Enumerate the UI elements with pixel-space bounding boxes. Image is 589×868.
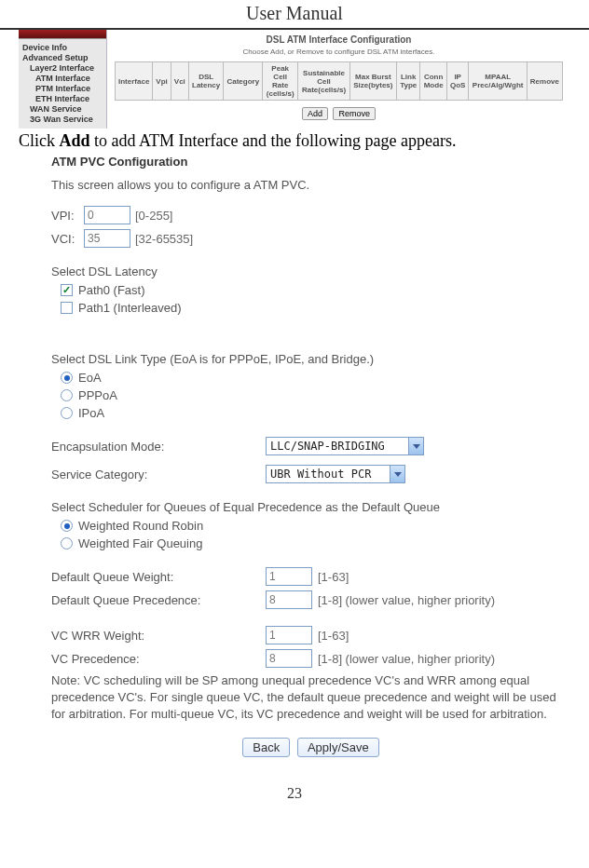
vpi-label: VPI: (51, 209, 84, 223)
th-vpi: Vpi (153, 62, 171, 101)
vcwrr-hint: [1-63] (318, 629, 349, 643)
vpi-hint: [0-255] (135, 209, 172, 223)
apply-save-button[interactable]: Apply/Save (297, 738, 379, 757)
eoa-label: EoA (78, 371, 102, 385)
instruction-text: Click Add to add ATM Interface and the f… (19, 131, 570, 151)
vcwrr-label: VC WRR Weight: (51, 629, 266, 643)
sidebar-advanced-setup[interactable]: Advanced Setup (22, 53, 103, 62)
sidebar-layer2[interactable]: Layer2 Interface (30, 63, 103, 73)
path1-label: Path1 (Interleaved) (78, 301, 182, 315)
sidebar-atm[interactable]: ATM Interface (35, 74, 103, 83)
qprec-hint: [1-8] (lower value, higher priority) (318, 593, 495, 607)
path0-label: Path0 (Fast) (78, 283, 145, 297)
th-peak: Peak Cell Rate (cells/s) (263, 62, 298, 101)
linktype-label: Select DSL Link Type (EoA is for PPPoE, … (51, 352, 570, 366)
th-dsl-latency: DSL Latency (188, 62, 224, 101)
qweight-hint: [1-63] (318, 570, 349, 584)
qweight-input[interactable] (266, 567, 312, 586)
instruction-bold: Add (60, 131, 90, 150)
qprec-input[interactable] (266, 590, 312, 609)
wrr-label: Weighted Round Robin (78, 519, 203, 533)
scheduler-label: Select Scheduler for Queues of Equal Pre… (51, 500, 570, 514)
vci-hint: [32-65535] (135, 232, 193, 246)
section-intro: This screen allows you to configure a AT… (51, 178, 570, 192)
th-conn: Conn Mode (420, 62, 446, 101)
th-qos: IP QoS (446, 62, 469, 101)
latency-label: Select DSL Latency (51, 264, 570, 278)
chevron-down-icon (390, 466, 404, 482)
ipoa-radio[interactable] (61, 407, 73, 419)
add-button[interactable]: Add (302, 107, 328, 120)
th-sustain: Sustainable Cell Rate(cells/s) (298, 62, 350, 101)
sidebar-ptm[interactable]: PTM Interface (35, 84, 103, 93)
config-table: Interface Vpi Vci DSL Latency Category P… (115, 61, 563, 101)
sidebar: Device Info Advanced Setup Layer2 Interf… (19, 30, 107, 129)
th-category: Category (224, 62, 263, 101)
back-button[interactable]: Back (242, 738, 290, 757)
chevron-down-icon (408, 438, 423, 454)
th-vci: Vci (171, 62, 188, 101)
th-remove: Remove (527, 62, 562, 101)
path0-checkbox[interactable] (61, 284, 73, 296)
sidebar-eth[interactable]: ETH Interface (35, 94, 103, 103)
vci-label: VCI: (51, 232, 84, 246)
sidebar-3g[interactable]: 3G Wan Service (30, 115, 103, 124)
eoa-radio[interactable] (61, 372, 73, 384)
wfq-label: Weighted Fair Queuing (78, 536, 202, 550)
dsl-config-panel: Device Info Advanced Setup Layer2 Interf… (19, 30, 570, 129)
atm-config-form: ATM PVC Configuration This screen allows… (51, 155, 570, 757)
wfq-radio[interactable] (61, 537, 73, 549)
page-header: User Manual (0, 0, 589, 30)
config-subtitle: Choose Add, or Remove to configure DSL A… (115, 47, 563, 56)
pppoa-label: PPPoA (78, 388, 117, 402)
qprec-label: Default Queue Precedence: (51, 593, 266, 607)
ipoa-label: IPoA (78, 406, 104, 420)
service-label: Service Category: (51, 468, 266, 481)
encap-value: LLC/SNAP-BRIDGING (270, 440, 385, 453)
encap-label: Encapsulation Mode: (51, 440, 266, 454)
sidebar-device-info[interactable]: Device Info (22, 43, 103, 52)
th-burst: Max Burst Size(bytes) (349, 62, 396, 101)
service-select[interactable]: UBR Without PCR (266, 465, 405, 483)
encap-select[interactable]: LLC/SNAP-BRIDGING (266, 437, 424, 455)
vcwrr-input[interactable] (266, 626, 312, 644)
vcprec-input[interactable] (266, 649, 312, 668)
service-value: UBR Without PCR (270, 468, 371, 481)
qweight-label: Default Queue Weight: (51, 570, 266, 584)
instruction-post: to add ATM Interface and the following p… (94, 131, 456, 150)
remove-button[interactable]: Remove (333, 107, 376, 120)
vpi-input[interactable] (84, 206, 130, 224)
vcprec-hint: [1-8] (lower value, higher priority) (318, 652, 495, 666)
instruction-pre: Click (19, 131, 55, 150)
note-text: Note: VC scheduling will be SP among une… (51, 672, 570, 724)
page-number: 23 (0, 785, 589, 811)
vci-input[interactable] (84, 229, 130, 248)
th-interface: Interface (116, 62, 153, 101)
th-mpaal: MPAAL Prec/Alg/Wght (469, 62, 527, 101)
th-link: Link Type (396, 62, 420, 101)
wrr-radio[interactable] (61, 520, 73, 532)
sidebar-wan[interactable]: WAN Service (30, 104, 103, 114)
config-title: DSL ATM Interface Configuration (115, 34, 563, 45)
pppoa-radio[interactable] (61, 389, 73, 401)
sidebar-logo (19, 30, 106, 39)
path1-checkbox[interactable] (61, 302, 73, 314)
section-title: ATM PVC Configuration (51, 155, 570, 169)
vcprec-label: VC Precedence: (51, 652, 266, 666)
